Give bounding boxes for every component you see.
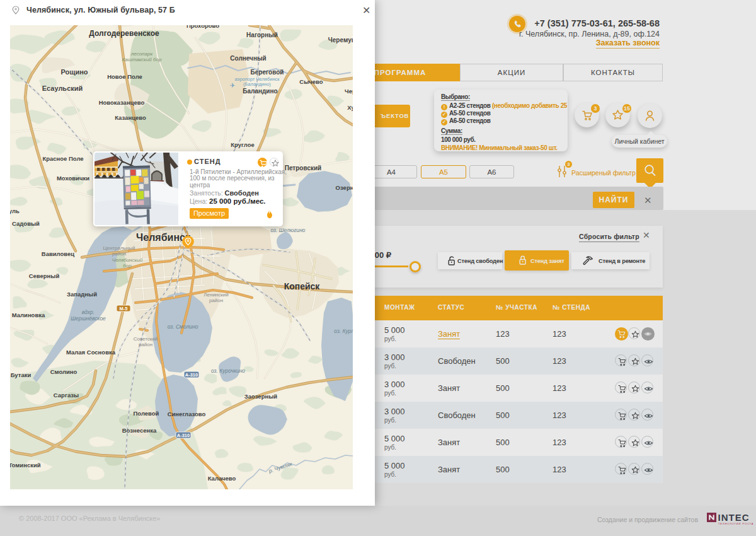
- svg-text:оз. Шелюгино: оз. Шелюгино: [270, 227, 305, 233]
- svg-text:вдхр.: вдхр.: [82, 309, 94, 315]
- svg-text:Круглое: Круглое: [231, 141, 254, 148]
- svg-text:Новоказанцево: Новоказанцево: [99, 99, 145, 106]
- svg-text:Синеглазово: Синеглазово: [168, 411, 206, 417]
- svg-text:Баландино: Баландино: [243, 88, 277, 95]
- svg-text:Западный: Западный: [67, 291, 97, 298]
- svg-text:Шершнёвское: Шершнёвское: [71, 315, 106, 322]
- svg-text:✈: ✈: [230, 82, 235, 89]
- svg-text:Новое Поле: Новое Поле: [107, 73, 142, 80]
- svg-text:Копейск: Копейск: [284, 281, 321, 291]
- svg-text:Садовый: Садовый: [12, 220, 40, 227]
- svg-text:Саргазы: Саргазы: [54, 392, 79, 399]
- svg-text:оз. Курочкино: оз. Курочкино: [211, 368, 245, 374]
- svg-text:Черемушки: Черемушки: [328, 37, 353, 44]
- svg-text:Каштакский бор: Каштакский бор: [122, 57, 162, 62]
- svg-text:Смолино: Смолино: [50, 368, 77, 375]
- svg-text:бор: бор: [123, 263, 132, 269]
- svg-text:оз. Смолино: оз. Смолино: [168, 323, 198, 330]
- svg-text:лесопарк: лесопарк: [130, 51, 154, 57]
- svg-text:оз. Курлады: оз. Курлады: [334, 328, 353, 334]
- svg-text:Петровский: Петровский: [285, 165, 322, 172]
- svg-text:Северный: Северный: [29, 272, 60, 279]
- svg-text:Ленинский: Ленинский: [203, 292, 228, 298]
- svg-text:Солнечный: Солнечный: [230, 55, 266, 62]
- svg-text:Бутаки: Бутаки: [11, 371, 32, 378]
- svg-text:район: район: [139, 342, 152, 347]
- svg-text:Моховички: Моховички: [57, 175, 89, 182]
- svg-text:(Баландино): (Баландино): [243, 81, 271, 87]
- svg-text:Малиновка: Малиновка: [12, 312, 45, 318]
- svg-text:Береговой: Береговой: [251, 69, 284, 76]
- svg-text:Вавиловец: Вавиловец: [42, 250, 75, 257]
- svg-text:Прохорово: Прохорово: [186, 25, 219, 29]
- svg-text:Красное Поле: Красное Поле: [42, 155, 83, 162]
- svg-text:М-5: М-5: [120, 306, 128, 312]
- svg-text:Рощино: Рощино: [60, 68, 88, 76]
- svg-text:Калачево: Калачево: [208, 475, 236, 482]
- svg-text:Челябинский: Челябинский: [112, 257, 143, 263]
- svg-text:Долгодеревенское: Долгодеревенское: [89, 29, 159, 38]
- svg-text:Центральный: Центральный: [103, 245, 135, 251]
- svg-text:А-310: А-310: [185, 372, 198, 378]
- svg-text:А-310: А-310: [177, 433, 190, 438]
- svg-text:Чер: Чер: [345, 88, 353, 95]
- svg-text:Нагорный: Нагорный: [246, 32, 278, 38]
- svg-text:Полевой: Полевой: [134, 410, 159, 417]
- svg-text:Казанцево: Казанцево: [115, 114, 146, 121]
- svg-text:Худ: Худ: [347, 104, 353, 111]
- svg-text:Озерный: Озерный: [336, 184, 353, 191]
- svg-text:Сычево: Сычево: [299, 78, 323, 85]
- svg-text:район: район: [209, 298, 223, 303]
- svg-text:Заозерный: Заозерный: [244, 393, 277, 400]
- svg-text:Вознесенка: Вознесенка: [122, 427, 157, 434]
- svg-text:Есаульский: Есаульский: [42, 84, 83, 92]
- svg-text:Малая Сосновка: Малая Сосновка: [66, 349, 116, 356]
- svg-text:куль: куль: [10, 207, 20, 214]
- svg-text:Томинский: Томинский: [10, 462, 41, 469]
- svg-text:Советский: Советский: [134, 336, 158, 342]
- svg-text:район: район: [112, 251, 126, 257]
